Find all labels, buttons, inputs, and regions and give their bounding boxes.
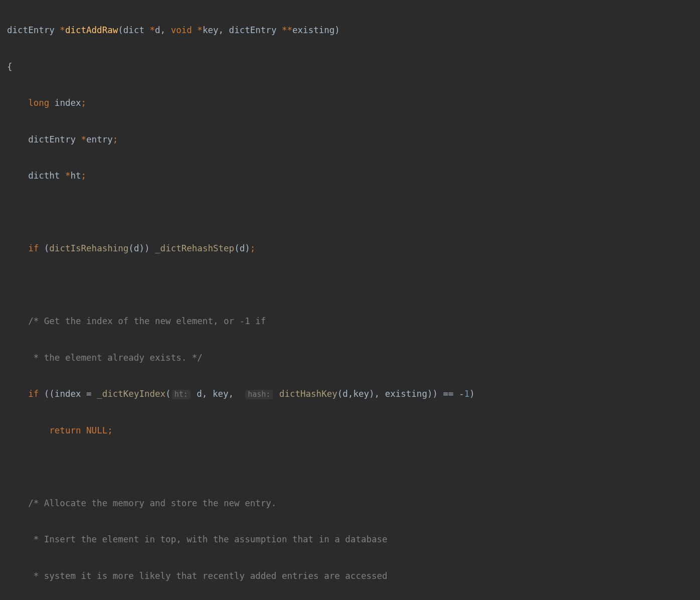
comment: * Insert the element in top, with the as…: [28, 534, 387, 544]
operator-neg: -: [459, 389, 464, 399]
indent: [7, 571, 28, 581]
space: [274, 389, 279, 399]
indent: [7, 353, 28, 363]
paren-open: (: [118, 25, 123, 35]
paren-close: ): [139, 243, 144, 253]
func-call: _dictRehashStep: [155, 243, 234, 253]
return-type: dictEntry: [7, 25, 60, 35]
var-name: ht: [70, 171, 81, 181]
indent: [7, 98, 28, 108]
var-name: entry: [86, 134, 113, 144]
code-line: [7, 203, 700, 221]
indent: [7, 534, 28, 544]
comma: ,: [375, 389, 385, 399]
semicolon: ;: [250, 243, 256, 253]
paren-close: ): [245, 243, 250, 253]
inlay-hint: hash:: [245, 390, 273, 399]
paren-open: (: [128, 243, 134, 253]
indent: [7, 243, 28, 253]
comma: ,: [160, 25, 171, 35]
keyword-return: return: [49, 425, 86, 435]
arg: key: [353, 389, 369, 399]
var-name: index: [55, 98, 81, 108]
code-line: dictht *ht;: [7, 167, 700, 185]
operator-eq: ==: [443, 389, 459, 399]
code-line: {: [7, 58, 700, 76]
func-call: dictIsRehashing: [49, 243, 128, 253]
param-type: dict: [123, 25, 150, 35]
comment: * system it is more likely that recently…: [28, 571, 387, 581]
var: index: [55, 389, 86, 399]
code-line: if (dictIsRehashing(d)) _dictRehashStep(…: [7, 239, 700, 257]
code-line: dictEntry *entry;: [7, 130, 700, 148]
arg: d: [197, 389, 202, 399]
semicolon: ;: [81, 171, 87, 181]
code-line: /* Allocate the memory and store the new…: [7, 494, 700, 512]
keyword-long: long: [28, 98, 55, 108]
operator-assign: =: [86, 389, 97, 399]
code-line: dictEntry *dictAddRaw(dict *d, void *key…: [7, 21, 700, 39]
number-literal: 1: [464, 389, 470, 399]
var-type: dictEntry: [28, 134, 81, 144]
pointer-star: *: [81, 134, 87, 144]
pointer-star: *: [65, 171, 71, 181]
arg: d: [342, 389, 348, 399]
keyword-void: void: [171, 25, 198, 35]
indent: [7, 171, 28, 181]
paren-open: (: [44, 243, 50, 253]
comma: ,: [219, 25, 229, 35]
pointer-star: **: [282, 25, 292, 35]
param-name: existing: [292, 25, 334, 35]
indent: [7, 316, 28, 326]
paren-open: ((: [44, 389, 55, 399]
code-line: long index;: [7, 94, 700, 112]
code-line: [7, 276, 700, 294]
pointer-star: *: [150, 25, 155, 35]
paren-open: (: [165, 389, 171, 399]
comment: /* Allocate the memory and store the new…: [28, 498, 276, 508]
indent: [7, 134, 28, 144]
arg: d: [134, 243, 139, 253]
semicolon: ;: [81, 98, 87, 108]
comma: ,: [202, 389, 213, 399]
paren-close: ): [334, 25, 340, 35]
code-line: * Insert the element in top, with the as…: [7, 530, 700, 548]
var-type: dictht: [28, 171, 65, 181]
paren-close: ): [469, 389, 475, 399]
indent: [7, 425, 49, 435]
indent: [7, 389, 28, 399]
func-call: dictHashKey: [279, 389, 337, 399]
paren-close: )): [427, 389, 438, 399]
keyword-if: if: [28, 243, 44, 253]
pointer-star: *: [197, 25, 203, 35]
space: [192, 389, 197, 399]
code-line: return NULL;: [7, 421, 700, 439]
keyword-if: if: [28, 389, 44, 399]
code-line: if ((index = _dictKeyIndex(ht: d, key, h…: [7, 385, 700, 403]
comma: ,: [229, 389, 239, 399]
param-name: d: [155, 25, 160, 35]
paren-open: (: [234, 243, 240, 253]
arg: key: [213, 389, 229, 399]
paren-open: (: [337, 389, 343, 399]
code-line: * system it is more likely that recently…: [7, 567, 700, 585]
semicolon: ;: [113, 134, 118, 144]
indent: [7, 498, 28, 508]
param-name: key: [203, 25, 219, 35]
arg: existing: [385, 389, 427, 399]
inlay-hint: ht:: [172, 390, 191, 399]
semicolon: ;: [107, 425, 113, 435]
pointer-star: *: [60, 25, 65, 35]
comma: ,: [348, 389, 354, 399]
brace-open: {: [7, 62, 13, 72]
code-editor[interactable]: dictEntry *dictAddRaw(dict *d, void *key…: [0, 0, 700, 600]
comment: * the element already exists. */: [28, 353, 203, 363]
arg: d: [240, 243, 245, 253]
paren-close: ): [369, 389, 375, 399]
code-line: * the element already exists. */: [7, 349, 700, 367]
func-call: _dictKeyIndex: [97, 389, 165, 399]
code-line: /* Get the index of the new element, or …: [7, 312, 700, 330]
param-type: dictEntry: [229, 25, 282, 35]
code-line: [7, 458, 700, 476]
null-literal: NULL: [86, 425, 107, 435]
